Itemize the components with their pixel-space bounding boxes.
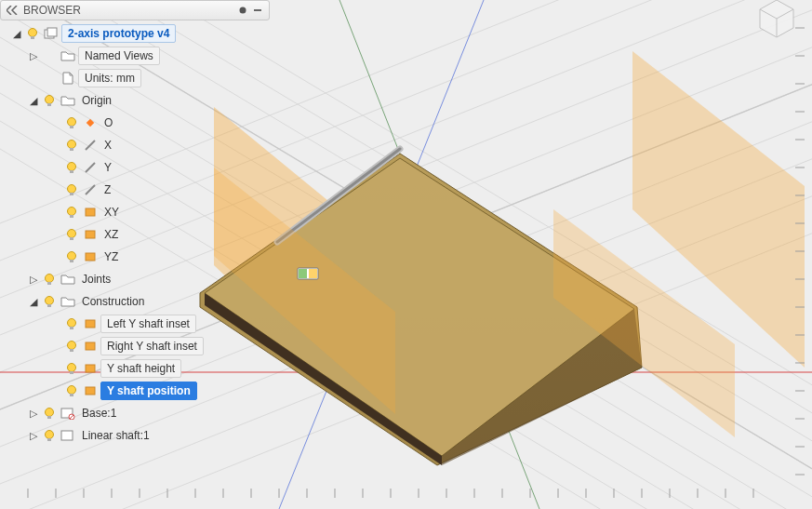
tree-origin-y[interactable]: Y	[9, 156, 298, 179]
collapse-left-icon[interactable]	[5, 3, 20, 18]
svg-rect-119	[86, 342, 95, 350]
svg-rect-90	[70, 126, 73, 128]
svg-rect-121	[70, 371, 73, 374]
tree-item-label: XY	[100, 204, 125, 221]
plane-icon	[82, 382, 99, 399]
plane-icon	[82, 204, 99, 221]
plane-icon	[82, 248, 99, 265]
expand-toggle[interactable]: ◢	[28, 95, 39, 106]
pin-dot-icon[interactable]	[235, 3, 250, 18]
lightbulb-icon[interactable]	[63, 315, 80, 332]
svg-point-112	[46, 297, 54, 305]
svg-rect-96	[70, 170, 73, 173]
component-link-icon	[60, 405, 76, 422]
lightbulb-icon[interactable]	[63, 360, 80, 377]
lightbulb-icon[interactable]	[41, 271, 58, 288]
svg-rect-33	[299, 269, 307, 278]
lightbulb-icon[interactable]	[63, 248, 80, 265]
tree-item-label: YZ	[100, 248, 124, 265]
svg-rect-103	[86, 208, 95, 216]
lightbulb-icon[interactable]	[63, 204, 80, 221]
svg-rect-122	[86, 365, 95, 372]
svg-point-95	[68, 163, 76, 171]
tree-origin-yz[interactable]: YZ	[9, 246, 298, 268]
tree-y-shaft-position[interactable]: Y shaft position	[9, 380, 298, 402]
svg-rect-118	[70, 349, 73, 352]
tree-right-y-inset[interactable]: Right Y shaft inset	[9, 335, 298, 357]
svg-rect-127	[47, 416, 51, 419]
svg-point-114	[68, 319, 76, 328]
tree-named-views[interactable]: ▷ Named Views	[9, 45, 298, 67]
tree-origin-o[interactable]: O	[9, 112, 298, 134]
tree-units[interactable]: ▷ Units: mm	[9, 67, 298, 89]
tree-left-y-inset[interactable]: Left Y shaft inset	[9, 313, 298, 335]
document-icon	[60, 70, 76, 87]
sketch-tag-icon[interactable]	[298, 268, 318, 279]
tree-y-shaft-height[interactable]: Y shaft height	[9, 357, 298, 380]
tree-origin-x[interactable]: X	[9, 134, 298, 156]
svg-line-94	[86, 141, 95, 150]
svg-rect-125	[86, 387, 95, 395]
expand-toggle[interactable]: ◢	[28, 296, 39, 307]
tree-item-label: X	[100, 137, 117, 154]
svg-rect-91	[87, 119, 94, 127]
tree-item-label: Y shaft position	[100, 382, 197, 400]
folder-icon	[60, 92, 76, 109]
tree-item-label: Z	[100, 181, 116, 198]
axis-icon	[82, 137, 99, 154]
folder-icon	[60, 293, 76, 310]
svg-point-101	[68, 208, 76, 216]
component-icon	[60, 427, 76, 444]
expand-toggle[interactable]: ▷	[28, 408, 39, 419]
lightbulb-icon[interactable]	[24, 25, 41, 42]
tree-origin-xy[interactable]: XY	[9, 201, 298, 223]
tree-linear-shaft[interactable]: ▷ Linear shaft:1	[9, 424, 298, 447]
lightbulb-icon[interactable]	[41, 293, 58, 310]
svg-rect-115	[70, 327, 73, 329]
lightbulb-icon[interactable]	[63, 226, 80, 243]
expand-toggle[interactable]: ▷	[28, 430, 39, 441]
svg-point-110	[46, 275, 54, 283]
tree-item-label: Base:1	[78, 405, 122, 422]
lightbulb-icon[interactable]	[63, 382, 80, 399]
svg-point-117	[68, 342, 76, 350]
tree-item-label: Units: mm	[78, 69, 141, 87]
lightbulb-icon[interactable]	[63, 338, 80, 355]
tree-origin-z[interactable]: Z	[9, 179, 298, 201]
tree-item-label: O	[100, 114, 118, 131]
minimize-icon[interactable]	[250, 3, 265, 18]
svg-rect-133	[61, 431, 73, 440]
tree-item-label: Origin	[78, 92, 117, 109]
lightbulb-icon[interactable]	[63, 181, 80, 198]
tree-item-label: Y shaft height	[100, 359, 181, 378]
lightbulb-icon[interactable]	[63, 159, 80, 176]
lightbulb-icon[interactable]	[41, 92, 58, 109]
tree-construction[interactable]: ◢ Construction	[9, 290, 298, 313]
svg-rect-86	[47, 28, 57, 36]
expand-toggle[interactable]: ◢	[11, 28, 22, 39]
expand-toggle[interactable]: ▷	[28, 50, 39, 61]
svg-point-131	[46, 431, 54, 439]
view-cube[interactable]	[749, 0, 805, 44]
lightbulb-icon[interactable]	[41, 427, 58, 444]
plane-icon	[82, 338, 99, 355]
lightbulb-icon[interactable]	[41, 405, 58, 422]
browser-header[interactable]: BROWSER	[0, 0, 270, 20]
tree-origin[interactable]: ◢ Origin	[9, 89, 298, 112]
lightbulb-icon[interactable]	[63, 114, 80, 131]
svg-point-92	[68, 141, 76, 149]
browser-panel: BROWSER ◢ 2-axis prototype v4 ▷	[0, 0, 298, 447]
lightbulb-icon[interactable]	[63, 137, 80, 154]
tree-root-label: 2-axis prototype v4	[61, 24, 176, 43]
svg-point-87	[46, 96, 54, 104]
tree-joints[interactable]: ▷ Joints	[9, 268, 298, 290]
tree-root[interactable]: ◢ 2-axis prototype v4	[9, 22, 298, 45]
svg-rect-102	[70, 215, 73, 218]
tree-origin-xz[interactable]: XZ	[9, 223, 298, 246]
svg-point-98	[68, 185, 76, 194]
svg-rect-88	[47, 103, 51, 106]
plane-icon	[82, 360, 99, 377]
expand-toggle[interactable]: ▷	[28, 274, 39, 285]
tree-base[interactable]: ▷ Base:1	[9, 402, 298, 424]
tree-item-label: Y	[100, 159, 117, 176]
